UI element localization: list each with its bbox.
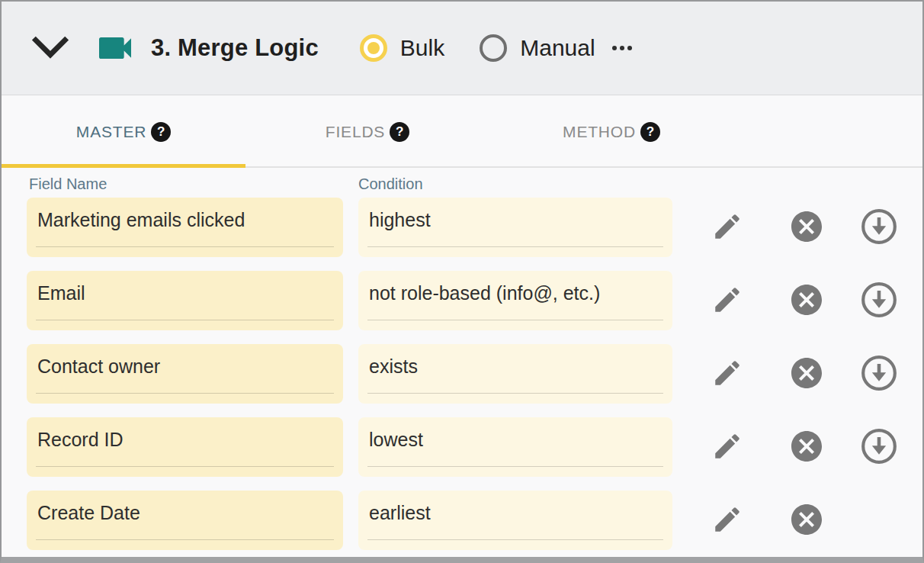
tab-method[interactable]: METHOD ?: [489, 95, 733, 168]
table-row: Record ID lowest: [27, 417, 922, 477]
edit-button[interactable]: [709, 282, 746, 319]
row-actions: [672, 344, 898, 404]
pencil-icon: [711, 357, 743, 391]
remove-button[interactable]: [788, 429, 825, 465]
tab-bar: MASTER ? FIELDS ? METHOD ?: [2, 95, 922, 168]
condition-input[interactable]: highest: [358, 198, 672, 257]
field-name-value: Create Date: [37, 502, 332, 524]
move-down-button[interactable]: [860, 355, 898, 393]
table-row: Marketing emails clicked highest: [27, 198, 922, 257]
column-headers: Field Name Condition: [27, 175, 922, 198]
more-options-button[interactable]: [609, 41, 635, 55]
radio-manual-label: Manual: [520, 35, 595, 61]
condition-value: lowest: [369, 429, 662, 451]
condition-value: not role-based (info@, etc.): [369, 282, 662, 304]
pencil-icon: [711, 211, 743, 245]
circle-x-icon: [788, 428, 825, 467]
input-underline: [36, 320, 334, 320]
circle-x-icon: [788, 501, 825, 540]
condition-input[interactable]: earliest: [358, 491, 672, 550]
row-actions: [672, 271, 898, 330]
arrow-down-circle-icon: [860, 208, 898, 248]
table-row: Contact owner exists: [27, 344, 922, 404]
help-icon[interactable]: ?: [151, 122, 171, 142]
panel-header: 3. Merge Logic Bulk Manual: [2, 2, 922, 95]
arrow-down-circle-icon: [860, 281, 898, 321]
collapse-button[interactable]: [30, 34, 70, 63]
input-underline: [367, 393, 663, 394]
condition-value: exists: [369, 355, 662, 378]
condition-value: earliest: [369, 502, 662, 524]
merge-logic-panel: 3. Merge Logic Bulk Manual MASTER ? FIEL…: [0, 0, 924, 563]
pencil-icon: [711, 284, 743, 318]
condition-input[interactable]: not role-based (info@, etc.): [358, 271, 672, 330]
condition-input[interactable]: lowest: [358, 417, 672, 477]
circle-x-icon: [788, 355, 825, 394]
radio-bulk-label: Bulk: [400, 35, 444, 61]
step-title: 3. Merge Logic: [151, 34, 319, 62]
circle-x-icon: [788, 208, 825, 247]
input-underline: [367, 539, 663, 540]
radio-unselected-icon: [480, 34, 507, 62]
condition-input[interactable]: exists: [358, 344, 672, 404]
help-icon[interactable]: ?: [390, 122, 409, 142]
mode-radio-group: Bulk Manual: [360, 34, 595, 62]
move-down-button[interactable]: [860, 282, 898, 320]
field-name-value: Email: [37, 282, 332, 304]
radio-bulk[interactable]: Bulk: [360, 34, 444, 62]
move-down-button[interactable]: [860, 428, 898, 466]
table-row: Email not role-based (info@, etc.): [27, 271, 922, 330]
table-row: Create Date earliest: [27, 491, 922, 550]
tab-master[interactable]: MASTER ?: [2, 95, 245, 168]
edit-button[interactable]: [709, 502, 746, 539]
move-down-button[interactable]: [860, 208, 898, 246]
remove-button[interactable]: [788, 209, 825, 246]
field-name-value: Record ID: [37, 429, 332, 451]
remove-button[interactable]: [788, 502, 825, 539]
input-underline: [367, 246, 663, 247]
pencil-icon: [711, 430, 743, 465]
help-icon[interactable]: ?: [640, 122, 660, 142]
ellipsis-icon: [612, 46, 617, 50]
radio-manual[interactable]: Manual: [480, 34, 595, 62]
circle-x-icon: [788, 282, 825, 320]
field-name-input[interactable]: Contact owner: [27, 344, 343, 404]
edit-button[interactable]: [709, 429, 746, 465]
input-underline: [36, 393, 334, 394]
input-underline: [36, 246, 334, 247]
input-underline: [367, 320, 663, 320]
chevron-down-icon: [30, 34, 70, 63]
remove-button[interactable]: [788, 355, 825, 392]
edit-button[interactable]: [709, 355, 746, 392]
input-underline: [36, 466, 334, 467]
field-name-value: Contact owner: [37, 355, 332, 378]
row-actions: [672, 417, 898, 477]
field-name-input[interactable]: Marketing emails clicked: [27, 198, 343, 257]
field-name-column-label: Field Name: [29, 175, 358, 192]
pencil-icon: [711, 503, 743, 538]
field-name-value: Marketing emails clicked: [37, 209, 332, 231]
row-actions: [672, 198, 898, 257]
tab-fields[interactable]: FIELDS ?: [245, 95, 489, 168]
edit-button[interactable]: [709, 209, 746, 246]
condition-value: highest: [369, 209, 662, 231]
master-tab-content: Field Name Condition Marketing emails cl…: [2, 168, 922, 550]
arrow-down-circle-icon: [860, 354, 898, 394]
input-underline: [367, 466, 663, 467]
row-actions: [672, 491, 898, 550]
remove-button[interactable]: [788, 282, 825, 319]
field-name-input[interactable]: Create Date: [27, 491, 343, 550]
radio-selected-icon: [360, 34, 387, 62]
field-name-input[interactable]: Record ID: [27, 417, 343, 477]
condition-column-label: Condition: [358, 175, 423, 192]
field-name-input[interactable]: Email: [27, 271, 343, 330]
arrow-down-circle-icon: [860, 427, 898, 468]
videocam-icon: [91, 27, 139, 69]
rows: Marketing emails clicked highest: [27, 198, 922, 550]
input-underline: [36, 539, 334, 540]
